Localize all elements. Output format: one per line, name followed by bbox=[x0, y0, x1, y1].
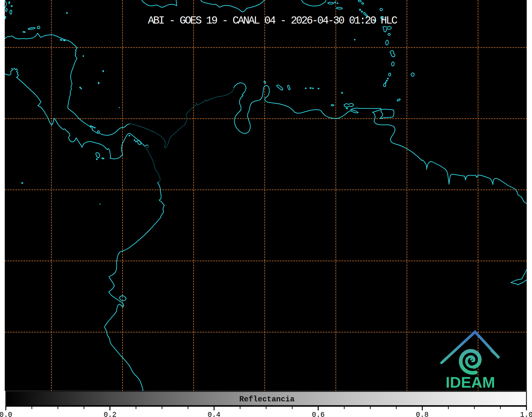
svg-text:IDEAM: IDEAM bbox=[446, 374, 495, 391]
svg-text:0.0: 0.0 bbox=[0, 411, 12, 417]
svg-text:1.0: 1.0 bbox=[520, 411, 532, 417]
svg-text:ABI - GOES 19 - CANAL 04 - 202: ABI - GOES 19 - CANAL 04 - 2026-04-30 01… bbox=[148, 15, 397, 27]
svg-text:0.4: 0.4 bbox=[208, 411, 221, 417]
svg-text:Reflectancia: Reflectancia bbox=[239, 395, 295, 404]
svg-text:0.2: 0.2 bbox=[104, 411, 117, 417]
svg-text:0.6: 0.6 bbox=[312, 411, 325, 417]
svg-text:0.8: 0.8 bbox=[416, 411, 429, 417]
